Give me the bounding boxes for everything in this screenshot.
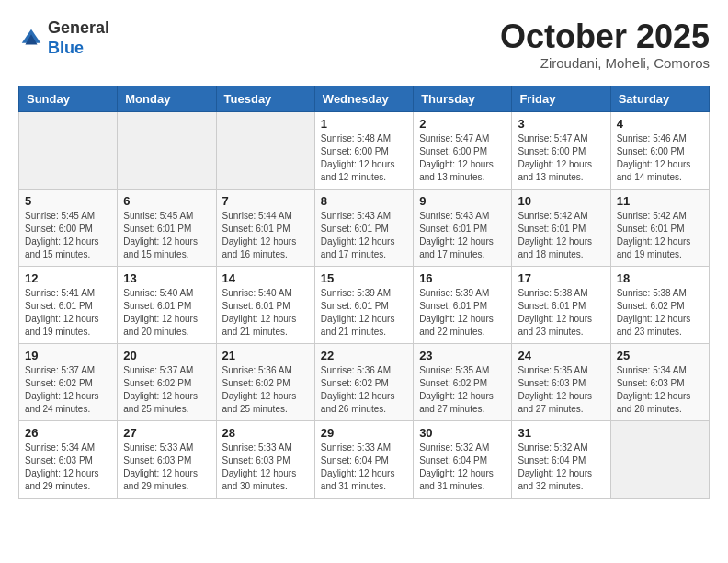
weekday-header-tuesday: Tuesday	[216, 86, 314, 111]
day-info: Sunrise: 5:39 AM Sunset: 6:01 PM Dayligh…	[321, 287, 407, 339]
calendar-cell: 4Sunrise: 5:46 AM Sunset: 6:00 PM Daylig…	[610, 111, 709, 189]
calendar-cell: 14Sunrise: 5:40 AM Sunset: 6:01 PM Dayli…	[216, 266, 314, 343]
logo-icon	[18, 26, 44, 52]
day-info: Sunrise: 5:42 AM Sunset: 6:01 PM Dayligh…	[518, 210, 604, 261]
day-number: 24	[518, 349, 604, 362]
day-number: 27	[123, 426, 210, 440]
day-info: Sunrise: 5:36 AM Sunset: 6:02 PM Dayligh…	[222, 364, 309, 416]
calendar-cell: 19Sunrise: 5:37 AM Sunset: 6:02 PM Dayli…	[19, 343, 118, 420]
day-info: Sunrise: 5:44 AM Sunset: 6:01 PM Dayligh…	[222, 210, 309, 261]
calendar-cell: 7Sunrise: 5:44 AM Sunset: 6:01 PM Daylig…	[216, 189, 314, 266]
logo-blue: Blue	[48, 39, 109, 59]
day-info: Sunrise: 5:32 AM Sunset: 6:04 PM Dayligh…	[518, 442, 604, 493]
day-number: 19	[25, 349, 111, 362]
calendar-cell: 13Sunrise: 5:40 AM Sunset: 6:01 PM Dayli…	[118, 266, 216, 343]
week-row-3: 12Sunrise: 5:41 AM Sunset: 6:01 PM Dayli…	[19, 266, 710, 343]
weekday-header-row: SundayMondayTuesdayWednesdayThursdayFrid…	[19, 86, 710, 111]
week-row-2: 5Sunrise: 5:45 AM Sunset: 6:00 PM Daylig…	[19, 189, 710, 266]
day-number: 12	[25, 271, 111, 285]
calendar-cell: 12Sunrise: 5:41 AM Sunset: 6:01 PM Dayli…	[19, 266, 118, 343]
day-number: 22	[321, 349, 407, 362]
month-title: October 2025	[500, 18, 710, 55]
day-info: Sunrise: 5:42 AM Sunset: 6:01 PM Dayligh…	[617, 210, 703, 261]
calendar: SundayMondayTuesdayWednesdayThursdayFrid…	[18, 86, 710, 499]
calendar-cell: 18Sunrise: 5:38 AM Sunset: 6:02 PM Dayli…	[610, 266, 709, 343]
day-number: 20	[123, 349, 210, 362]
calendar-cell: 17Sunrise: 5:38 AM Sunset: 6:01 PM Dayli…	[512, 266, 610, 343]
calendar-cell: 11Sunrise: 5:42 AM Sunset: 6:01 PM Dayli…	[610, 189, 709, 266]
day-info: Sunrise: 5:34 AM Sunset: 6:03 PM Dayligh…	[25, 442, 111, 493]
day-number: 23	[419, 349, 506, 362]
calendar-cell	[19, 111, 118, 189]
header: General Blue October 2025 Ziroudani, Moh…	[18, 18, 710, 71]
day-info: Sunrise: 5:40 AM Sunset: 6:01 PM Dayligh…	[222, 287, 309, 339]
calendar-cell: 2Sunrise: 5:47 AM Sunset: 6:00 PM Daylig…	[414, 111, 512, 189]
day-number: 15	[321, 271, 407, 285]
weekday-header-wednesday: Wednesday	[314, 86, 413, 111]
logo-general: General	[48, 18, 109, 39]
week-row-1: 1Sunrise: 5:48 AM Sunset: 6:00 PM Daylig…	[19, 111, 710, 189]
calendar-cell: 9Sunrise: 5:43 AM Sunset: 6:01 PM Daylig…	[414, 189, 512, 266]
day-number: 5	[25, 194, 111, 208]
day-number: 13	[123, 271, 210, 285]
day-number: 4	[617, 117, 703, 131]
calendar-cell	[610, 420, 709, 498]
day-info: Sunrise: 5:43 AM Sunset: 6:01 PM Dayligh…	[321, 210, 407, 261]
day-info: Sunrise: 5:39 AM Sunset: 6:01 PM Dayligh…	[419, 287, 506, 339]
weekday-header-sunday: Sunday	[19, 86, 118, 111]
calendar-cell: 28Sunrise: 5:33 AM Sunset: 6:03 PM Dayli…	[216, 420, 314, 498]
calendar-cell: 29Sunrise: 5:33 AM Sunset: 6:04 PM Dayli…	[314, 420, 413, 498]
day-info: Sunrise: 5:38 AM Sunset: 6:01 PM Dayligh…	[518, 287, 604, 339]
day-number: 30	[419, 426, 506, 440]
day-info: Sunrise: 5:33 AM Sunset: 6:03 PM Dayligh…	[123, 442, 210, 493]
week-row-5: 26Sunrise: 5:34 AM Sunset: 6:03 PM Dayli…	[19, 420, 710, 498]
calendar-cell: 20Sunrise: 5:37 AM Sunset: 6:02 PM Dayli…	[118, 343, 216, 420]
day-info: Sunrise: 5:32 AM Sunset: 6:04 PM Dayligh…	[419, 442, 506, 493]
location-subtitle: Ziroudani, Moheli, Comoros	[500, 55, 710, 71]
day-number: 17	[518, 271, 604, 285]
day-number: 6	[123, 194, 210, 208]
day-info: Sunrise: 5:45 AM Sunset: 6:01 PM Dayligh…	[123, 210, 210, 261]
calendar-cell	[118, 111, 216, 189]
day-info: Sunrise: 5:47 AM Sunset: 6:00 PM Dayligh…	[518, 132, 604, 184]
day-number: 16	[419, 271, 506, 285]
day-number: 1	[321, 117, 407, 131]
calendar-cell: 6Sunrise: 5:45 AM Sunset: 6:01 PM Daylig…	[118, 189, 216, 266]
day-info: Sunrise: 5:35 AM Sunset: 6:02 PM Dayligh…	[419, 364, 506, 416]
day-info: Sunrise: 5:48 AM Sunset: 6:00 PM Dayligh…	[321, 132, 407, 184]
day-info: Sunrise: 5:33 AM Sunset: 6:03 PM Dayligh…	[222, 442, 309, 493]
day-info: Sunrise: 5:43 AM Sunset: 6:01 PM Dayligh…	[419, 210, 506, 261]
day-info: Sunrise: 5:36 AM Sunset: 6:02 PM Dayligh…	[321, 364, 407, 416]
calendar-cell: 30Sunrise: 5:32 AM Sunset: 6:04 PM Dayli…	[414, 420, 512, 498]
weekday-header-saturday: Saturday	[610, 86, 709, 111]
weekday-header-thursday: Thursday	[414, 86, 512, 111]
logo: General Blue	[18, 18, 109, 58]
day-number: 25	[617, 349, 703, 362]
calendar-cell: 27Sunrise: 5:33 AM Sunset: 6:03 PM Dayli…	[118, 420, 216, 498]
weekday-header-friday: Friday	[512, 86, 610, 111]
day-number: 10	[518, 194, 604, 208]
day-number: 29	[321, 426, 407, 440]
day-info: Sunrise: 5:38 AM Sunset: 6:02 PM Dayligh…	[617, 287, 703, 339]
day-number: 14	[222, 271, 309, 285]
title-section: October 2025 Ziroudani, Moheli, Comoros	[500, 18, 710, 71]
day-number: 26	[25, 426, 111, 440]
day-number: 18	[617, 271, 703, 285]
day-info: Sunrise: 5:46 AM Sunset: 6:00 PM Dayligh…	[617, 132, 703, 184]
calendar-cell: 8Sunrise: 5:43 AM Sunset: 6:01 PM Daylig…	[314, 189, 413, 266]
calendar-cell: 21Sunrise: 5:36 AM Sunset: 6:02 PM Dayli…	[216, 343, 314, 420]
calendar-cell: 26Sunrise: 5:34 AM Sunset: 6:03 PM Dayli…	[19, 420, 118, 498]
calendar-cell: 3Sunrise: 5:47 AM Sunset: 6:00 PM Daylig…	[512, 111, 610, 189]
day-info: Sunrise: 5:35 AM Sunset: 6:03 PM Dayligh…	[518, 364, 604, 416]
weekday-header-monday: Monday	[118, 86, 216, 111]
day-number: 3	[518, 117, 604, 131]
day-info: Sunrise: 5:37 AM Sunset: 6:02 PM Dayligh…	[25, 364, 111, 416]
day-info: Sunrise: 5:41 AM Sunset: 6:01 PM Dayligh…	[25, 287, 111, 339]
day-info: Sunrise: 5:33 AM Sunset: 6:04 PM Dayligh…	[321, 442, 407, 493]
day-number: 8	[321, 194, 407, 208]
calendar-cell: 24Sunrise: 5:35 AM Sunset: 6:03 PM Dayli…	[512, 343, 610, 420]
week-row-4: 19Sunrise: 5:37 AM Sunset: 6:02 PM Dayli…	[19, 343, 710, 420]
day-number: 9	[419, 194, 506, 208]
calendar-cell: 1Sunrise: 5:48 AM Sunset: 6:00 PM Daylig…	[314, 111, 413, 189]
calendar-cell: 15Sunrise: 5:39 AM Sunset: 6:01 PM Dayli…	[314, 266, 413, 343]
